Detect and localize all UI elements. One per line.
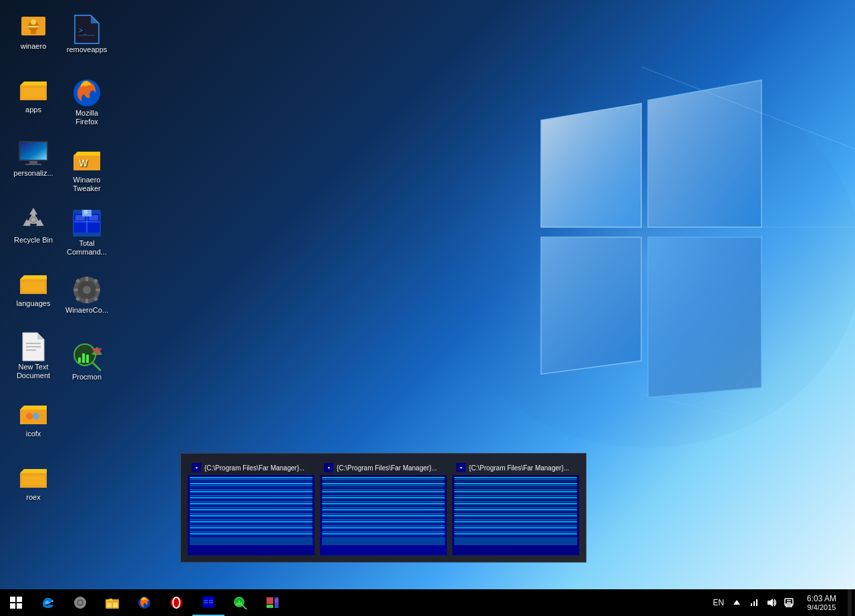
desktop-icon-icofx[interactable]: icofx [7, 394, 60, 454]
desktop-icon-procmon[interactable]: Procmon [60, 337, 114, 398]
thumbnail-far2[interactable]: ▪ {C:\Program Files\Far Manager}... [320, 460, 447, 555]
recycle-icon [17, 204, 49, 236]
edge-icon [41, 596, 55, 609]
desktop-icon-recycle[interactable]: Recycle Bin [7, 200, 60, 261]
explorer-icon [105, 596, 120, 609]
winaero-label: winaero [21, 42, 47, 51]
svg-rect-73 [113, 603, 118, 607]
svg-rect-14 [29, 161, 37, 164]
opera-icon [170, 596, 183, 609]
desktop-icon-personaliz[interactable]: personaliz... [7, 134, 60, 194]
action-center-icon[interactable] [781, 589, 797, 616]
desktop-icon-winaero[interactable]: winaero [7, 7, 60, 67]
thumb-title-far2: {C:\Program Files\Far Manager}... [337, 464, 437, 472]
time-display: 6:03 AM [807, 594, 836, 603]
language-indicator[interactable]: EN [709, 589, 727, 616]
system-tray: EN [706, 589, 855, 616]
new-text-icon [17, 331, 49, 363]
svg-rect-72 [107, 603, 112, 607]
new-text-label: New Text Document [10, 363, 57, 380]
svg-rect-68 [79, 607, 81, 609]
far-manager-icon [202, 595, 215, 609]
svg-rect-19 [22, 282, 45, 291]
icofx-icon [17, 398, 49, 430]
svg-line-54 [93, 363, 100, 370]
svg-rect-55 [78, 357, 81, 363]
desktop-icon-apps[interactable]: apps [7, 70, 60, 130]
volume-icon [766, 598, 777, 607]
svg-rect-96 [756, 599, 757, 606]
settings-icon [73, 596, 87, 609]
start-button[interactable] [0, 589, 32, 616]
personaliz-icon [17, 137, 49, 169]
total-commander-icon [71, 207, 103, 239]
roex-label: roex [26, 493, 40, 502]
desktop-icon-removeapps[interactable]: >_ removeapps [60, 10, 114, 70]
svg-rect-90 [267, 605, 273, 608]
taskbar-settings-button[interactable] [64, 589, 96, 616]
thumb-header-far2: ▪ {C:\Program Files\Far Manager}... [320, 460, 447, 475]
svg-point-6 [31, 19, 36, 25]
svg-rect-78 [204, 597, 208, 607]
thumb-preview-far1[interactable] [188, 475, 315, 555]
taskbar-edge-button[interactable] [32, 589, 64, 616]
desktop-icon-winaero-tweaker[interactable]: W Winaero Tweaker [60, 140, 114, 200]
svg-rect-67 [79, 597, 81, 599]
show-desktop-button[interactable] [848, 589, 852, 616]
windows-logo [434, 67, 855, 468]
desktop-icon-winaero-compiler[interactable]: WinaeroCo... [60, 271, 114, 331]
svg-rect-87 [238, 601, 240, 605]
thumbnail-far3[interactable]: ▪ {C:\Program Files\Far Manager}... [452, 460, 579, 555]
thumb-preview-far3[interactable] [452, 475, 579, 555]
firefox-icon [71, 77, 103, 109]
svg-rect-79 [209, 597, 213, 607]
removeapps-icon: >_ [71, 13, 103, 45]
svg-rect-69 [74, 602, 76, 603]
svg-rect-62 [10, 603, 15, 609]
roex-icon [17, 461, 49, 493]
desktop-icon-new-text[interactable]: New Text Document [7, 327, 60, 388]
svg-text:>_: >_ [79, 27, 88, 35]
unknown-taskbar-icon [265, 596, 280, 609]
svg-point-17 [31, 218, 35, 222]
winaero-icon [17, 10, 49, 42]
apps-label: apps [25, 106, 41, 114]
svg-rect-95 [753, 601, 755, 606]
taskbar-firefox-button[interactable] [128, 589, 160, 616]
desktop-icon-roex[interactable]: roex [7, 458, 60, 518]
clock-display[interactable]: 6:03 AM 9/4/2015 [798, 589, 845, 616]
personaliz-label: personaliz... [13, 169, 53, 178]
svg-rect-60 [10, 597, 15, 602]
tray-expand-button[interactable] [729, 589, 745, 616]
taskbar-explorer-button[interactable] [96, 589, 128, 616]
firefox-taskbar-icon [138, 596, 151, 609]
desktop-icon-languages[interactable]: languages [7, 264, 60, 324]
svg-rect-61 [17, 597, 22, 602]
taskbar-opera-button[interactable] [160, 589, 192, 616]
thumbnail-far1[interactable]: ▪ {C:\Program Files\Far Manager}... [188, 460, 315, 555]
svg-rect-57 [86, 355, 89, 363]
thumb-preview-far2[interactable] [320, 475, 447, 555]
taskbar-procmon-button[interactable] [224, 589, 256, 616]
thumb-cmd-icon-2: ▪ [324, 463, 333, 472]
taskbar-unknown-button[interactable] [256, 589, 289, 616]
procmon-icon [71, 341, 103, 373]
svg-rect-94 [751, 603, 752, 606]
svg-rect-63 [17, 603, 22, 609]
svg-rect-70 [84, 602, 86, 603]
winaero-compiler-icon [71, 274, 103, 306]
winaero-tweaker-label: Winaero Tweaker [63, 176, 110, 193]
thumb-cmd-icon-1: ▪ [192, 463, 201, 472]
svg-point-44 [83, 286, 91, 294]
volume-tray-icon[interactable] [763, 589, 780, 616]
svg-line-85 [242, 605, 246, 609]
taskbar-far-manager-button[interactable] [192, 589, 224, 616]
svg-point-25 [33, 413, 39, 420]
winaero-compiler-label: WinaeroCo... [65, 306, 108, 315]
svg-rect-56 [82, 353, 85, 363]
network-tray-icon[interactable] [746, 589, 762, 616]
desktop-icon-firefox[interactable]: Mozilla Firefox [60, 73, 114, 134]
thumb-title-far1: {C:\Program Files\Far Manager}... [204, 464, 305, 472]
svg-rect-45 [86, 277, 88, 281]
desktop-icon-total-commander[interactable]: Total Command... [60, 204, 114, 264]
